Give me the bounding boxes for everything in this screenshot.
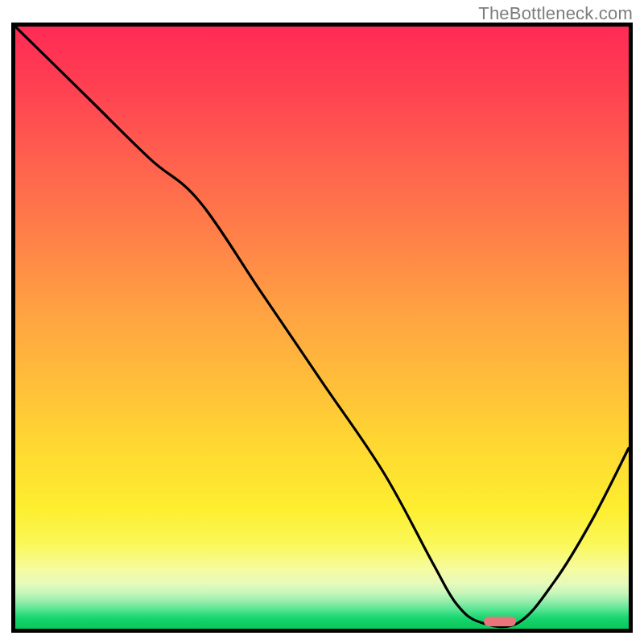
chart-frame <box>11 23 633 633</box>
plot-area <box>15 27 629 629</box>
optimum-marker <box>484 617 516 626</box>
bottleneck-curve <box>15 27 629 629</box>
chart-stage: TheBottleneck.com <box>0 0 644 644</box>
watermark-text: TheBottleneck.com <box>478 3 633 24</box>
